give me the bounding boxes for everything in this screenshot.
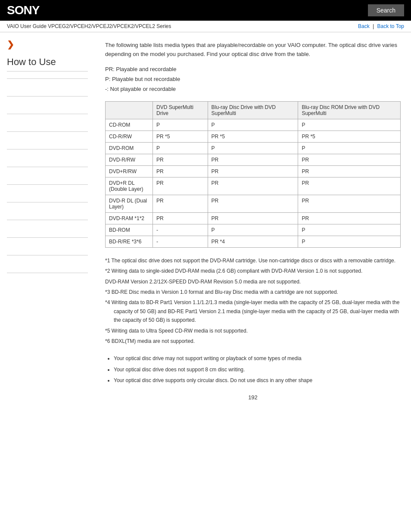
- media-value-cell: PR: [298, 154, 401, 165]
- sidebar-divider-3: [7, 114, 88, 114]
- sidebar-item-6[interactable]: [7, 171, 88, 181]
- sidebar-divider-1: [7, 78, 88, 79]
- sidebar-item-10[interactable]: [7, 241, 88, 252]
- header: SONY Search: [0, 0, 411, 21]
- media-type-cell: DVD-ROM: [106, 142, 153, 154]
- media-type-cell: BD-ROM: [106, 224, 153, 236]
- sidebar-item-2[interactable]: [7, 100, 88, 110]
- media-value-cell: P: [208, 142, 298, 154]
- media-value-cell: PR: [208, 177, 298, 195]
- footnotes: *1 The optical disc drive does not suppo…: [105, 256, 401, 346]
- sidebar-divider-12: [7, 273, 88, 273]
- col-header-bluray-rom: Blu-ray Disc ROM Drive with DVD SuperMul…: [298, 101, 401, 119]
- sidebar-divider-5: [7, 149, 88, 149]
- media-value-cell: P: [153, 142, 208, 154]
- media-value-cell: -: [153, 224, 208, 236]
- sidebar-item-7[interactable]: [7, 188, 88, 199]
- footnote-item: *3 BD-RE Disc media in Version 1.0 forma…: [105, 288, 401, 296]
- media-value-cell: PR: [208, 212, 298, 224]
- media-type-cell: DVD-RAM *1*2: [106, 212, 153, 224]
- table-body: CD-ROMPPPCD-R/RWPR *5PR *5PR *5DVD-ROMPP…: [106, 119, 401, 247]
- table-row: DVD+R/RWPRPRPR: [106, 165, 401, 177]
- media-value-cell: PR *4: [208, 236, 298, 247]
- media-type-cell: DVD-R/RW: [106, 154, 153, 165]
- media-value-cell: PR: [153, 195, 208, 212]
- search-button[interactable]: Search: [368, 4, 404, 16]
- bullet-list: Your optical disc drive may not support …: [105, 354, 401, 386]
- media-value-cell: PR: [153, 165, 208, 177]
- media-type-cell: CD-R/RW: [106, 131, 153, 142]
- intro-text: The following table lists media types th…: [105, 41, 401, 59]
- media-value-cell: PR *5: [153, 131, 208, 142]
- bullet-item: Your optical disc drive does not support…: [114, 365, 401, 375]
- sidebar-item-1[interactable]: [7, 82, 88, 93]
- media-value-cell: PR: [298, 195, 401, 212]
- media-table: DVD SuperMulti Drive Blu-ray Disc Drive …: [105, 101, 401, 248]
- sidebar-item-11[interactable]: [7, 259, 88, 269]
- bullet-item: Your optical disc drive supports only ci…: [114, 376, 401, 386]
- back-link[interactable]: Back: [358, 23, 370, 29]
- main-layout: ❯ How to Use The following table lists m…: [0, 32, 411, 418]
- sidebar-item-9[interactable]: [7, 224, 88, 234]
- sidebar-divider-8: [7, 202, 88, 202]
- expand-arrow-icon[interactable]: ❯: [7, 39, 88, 50]
- back-to-top-link[interactable]: Back to Top: [377, 23, 404, 29]
- sidebar-item-5[interactable]: [7, 153, 88, 163]
- media-value-cell: PR: [298, 177, 401, 195]
- legend: PR: Playable and recordable P: Playable …: [105, 64, 401, 94]
- sidebar-item-3[interactable]: [7, 118, 88, 128]
- table-row: CD-R/RWPR *5PR *5PR *5: [106, 131, 401, 142]
- media-value-cell: PR *5: [208, 131, 298, 142]
- table-row: DVD-R DL (Dual Layer)PRPRPR: [106, 195, 401, 212]
- media-value-cell: PR: [153, 177, 208, 195]
- legend-pr: PR: Playable and recordable: [105, 64, 401, 74]
- footnote-item: *5 Writing data to Ultra Speed CD-RW med…: [105, 327, 401, 335]
- media-value-cell: P: [153, 119, 208, 131]
- media-type-cell: CD-ROM: [106, 119, 153, 131]
- page-number: 192: [105, 394, 401, 409]
- media-value-cell: P: [298, 119, 401, 131]
- how-to-use-title: How to Use: [7, 56, 88, 72]
- footnote-item: *6 BDXL(TM) media are not supported.: [105, 337, 401, 345]
- footnote-item: *1 The optical disc drive does not suppo…: [105, 256, 401, 265]
- legend-dash: -: Not playable or recordable: [105, 84, 401, 94]
- media-type-cell: DVD+R/RW: [106, 165, 153, 177]
- table-row: DVD-ROMPPP: [106, 142, 401, 154]
- table-header-row: DVD SuperMulti Drive Blu-ray Disc Drive …: [106, 101, 401, 119]
- media-value-cell: PR: [208, 165, 298, 177]
- content-area: The following table lists media types th…: [95, 32, 411, 418]
- sidebar-item-8[interactable]: [7, 206, 88, 216]
- footnote-item: *4 Writing data to BD-R Part1 Version 1.…: [105, 298, 401, 324]
- media-value-cell: PR: [208, 195, 298, 212]
- media-value-cell: P: [298, 142, 401, 154]
- media-value-cell: PR *5: [298, 131, 401, 142]
- table-row: DVD-RAM *1*2PRPRPR: [106, 212, 401, 224]
- sidebar: ❯ How to Use: [0, 32, 95, 418]
- media-value-cell: PR: [153, 212, 208, 224]
- sidebar-divider-11: [7, 255, 88, 255]
- sidebar-divider-7: [7, 184, 88, 185]
- media-value-cell: P: [208, 224, 298, 236]
- bullet-item: Your optical disc drive may not support …: [114, 354, 401, 364]
- media-value-cell: PR: [208, 154, 298, 165]
- sidebar-divider-10: [7, 237, 88, 238]
- col-header-bluray-dvd: Blu-ray Disc Drive with DVD SuperMulti: [208, 101, 298, 119]
- media-value-cell: P: [298, 224, 401, 236]
- media-type-cell: DVD-R DL (Dual Layer): [106, 195, 153, 212]
- col-header-empty: [106, 101, 153, 119]
- sidebar-divider-2: [7, 96, 88, 96]
- media-value-cell: PR: [298, 212, 401, 224]
- media-type-cell: BD-R/RE *3*6: [106, 236, 153, 247]
- media-value-cell: P: [298, 236, 401, 247]
- footnote-item: DVD-RAM Version 2.2/12X-SPEED DVD-RAM Re…: [105, 277, 401, 286]
- media-value-cell: P: [208, 119, 298, 131]
- sidebar-item-4[interactable]: [7, 135, 88, 146]
- table-row: BD-ROM-PP: [106, 224, 401, 236]
- separator: |: [373, 23, 375, 29]
- media-type-cell: DVD+R DL (Double Layer): [106, 177, 153, 195]
- table-row: DVD+R DL (Double Layer)PRPRPR: [106, 177, 401, 195]
- table-row: CD-ROMPPP: [106, 119, 401, 131]
- breadcrumb: VAIO User Guide VPCEG2/VPCEH2/VPCEJ2/VPC…: [7, 23, 171, 29]
- sidebar-divider-4: [7, 131, 88, 132]
- table-row: BD-R/RE *3*6-PR *4P: [106, 236, 401, 247]
